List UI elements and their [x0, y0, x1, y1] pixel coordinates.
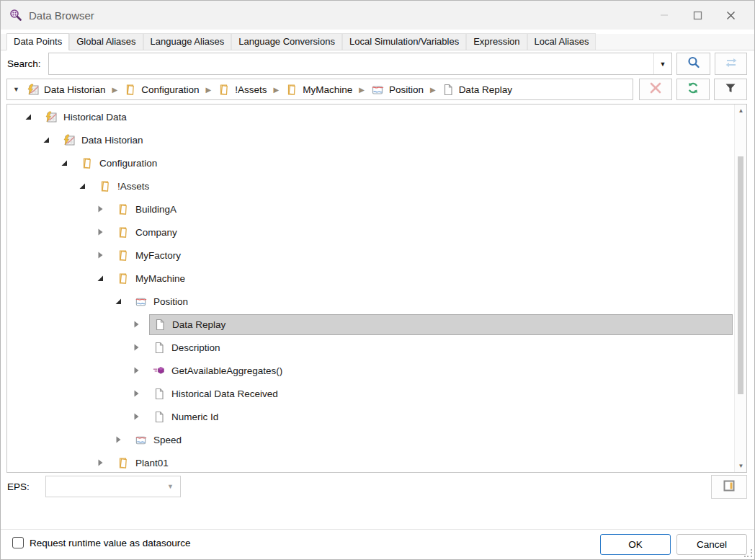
folder-icon	[218, 84, 230, 96]
tree-item-label: BuildingA	[135, 204, 177, 215]
expander-expanded-icon[interactable]	[113, 296, 123, 306]
scrollbar-down-icon[interactable]: ▼	[735, 460, 747, 472]
tree-row-numeric-id[interactable]: Numeric Id	[7, 405, 734, 428]
tree-item[interactable]: Description	[149, 337, 733, 358]
expander-collapsed-icon[interactable]	[95, 204, 105, 214]
tree-row-configuration[interactable]: Configuration	[7, 151, 734, 174]
tree-row-data-historian[interactable]: Data Historian	[7, 128, 734, 151]
tree-row-myfactory[interactable]: MyFactory	[7, 244, 734, 267]
tree-item-label: MyMachine	[135, 273, 185, 284]
tree-item[interactable]: Historical Data Received	[149, 383, 733, 404]
breadcrumb-item-configuration[interactable]: Configuration	[124, 84, 199, 96]
tree-item[interactable]: BuildingA	[113, 199, 733, 220]
expander-collapsed-icon[interactable]	[131, 388, 141, 399]
expander-collapsed-icon[interactable]	[95, 250, 105, 260]
filter-button[interactable]	[714, 79, 747, 100]
expander-expanded-icon[interactable]	[95, 273, 105, 283]
page-icon	[153, 319, 166, 331]
folder-icon	[285, 84, 298, 96]
vertical-scrollbar[interactable]: ▲ ▼	[734, 105, 746, 472]
folder-icon	[117, 226, 129, 239]
eps-picker-button[interactable]	[711, 475, 747, 499]
tree-row-mymachine[interactable]: MyMachine	[7, 267, 734, 290]
tree-item[interactable]: GetAvailableAggregates()	[149, 360, 733, 381]
expander-collapsed-icon[interactable]	[95, 458, 105, 468]
minimize-button[interactable]	[648, 1, 681, 30]
tree-item[interactable]: Configuration	[77, 153, 733, 174]
tab-language-conversions[interactable]: Language Conversions	[231, 33, 342, 50]
expander-collapsed-icon[interactable]	[131, 365, 141, 375]
tree-row-plant01[interactable]: Plant01	[7, 451, 734, 473]
tree-item-label: MyFactory	[135, 250, 181, 261]
expander-collapsed-icon[interactable]	[95, 227, 105, 237]
runtime-value-checkbox[interactable]	[12, 537, 24, 548]
tree-row-data-replay[interactable]: Data Replay	[7, 313, 734, 336]
tree-item[interactable]: MyFactory	[113, 245, 733, 266]
expander-collapsed-icon[interactable]	[131, 342, 141, 352]
eps-label: EPS:	[7, 481, 30, 492]
tree-row-historical-data-received[interactable]: Historical Data Received	[7, 382, 734, 405]
breadcrumb-dropdown-icon[interactable]: ▼	[13, 86, 19, 93]
cancel-button[interactable]: Cancel	[676, 534, 747, 555]
tree-item[interactable]: Historical Data	[41, 107, 733, 128]
tree-row-buildinga[interactable]: BuildingA	[7, 197, 734, 221]
tree-item-selected[interactable]: Data Replay	[149, 314, 733, 335]
resize-grip[interactable]	[744, 549, 753, 558]
folder-icon	[117, 457, 129, 469]
close-button[interactable]	[714, 1, 747, 30]
expander-collapsed-icon[interactable]	[131, 319, 141, 329]
tree-item[interactable]: Plant01	[113, 453, 733, 474]
folder-icon	[81, 157, 93, 169]
tree-item[interactable]: MyMachine	[113, 268, 733, 289]
folder-icon	[117, 249, 129, 262]
expander-collapsed-icon[interactable]	[131, 412, 141, 422]
tree-row-speed[interactable]: Speed	[7, 428, 734, 451]
tree-row-historical-data[interactable]: Historical Data	[7, 105, 734, 128]
scrollbar-up-icon[interactable]: ▲	[735, 105, 747, 117]
tree-row-getavailableaggregates[interactable]: GetAvailableAggregates()	[7, 359, 734, 382]
tree-item[interactable]: Company	[113, 222, 733, 243]
tree-item[interactable]: Data Historian	[59, 130, 733, 151]
chevron-down-icon: ▼	[167, 483, 174, 490]
breadcrumb-item-data-historian[interactable]: Data Historian	[27, 84, 106, 96]
maximize-button[interactable]	[681, 1, 714, 30]
historian-icon	[27, 84, 39, 96]
tree-row-company[interactable]: Company	[7, 221, 734, 244]
delete-button[interactable]	[639, 79, 672, 100]
folder-icon	[99, 180, 111, 192]
eps-combobox[interactable]: ▼	[45, 476, 181, 497]
method-icon	[153, 365, 165, 377]
wave-icon	[371, 84, 384, 96]
expander-expanded-icon[interactable]	[23, 112, 33, 122]
tab-language-aliases[interactable]: Language Aliases	[143, 33, 232, 50]
breadcrumb-item-mymachine[interactable]: MyMachine	[285, 84, 352, 96]
tree-item[interactable]: Position	[131, 291, 733, 312]
refresh-button[interactable]	[676, 79, 710, 100]
expander-collapsed-icon[interactable]	[113, 435, 123, 445]
tab-expression[interactable]: Expression	[466, 33, 527, 50]
expander-expanded-icon[interactable]	[41, 135, 51, 145]
search-dropdown-button[interactable]: ▼	[653, 53, 671, 74]
expander-expanded-icon[interactable]	[59, 158, 69, 168]
tab-local-simulation-variables[interactable]: Local Simulation/Variables	[342, 33, 466, 50]
tab-global-aliases[interactable]: Global Aliases	[69, 33, 143, 50]
ok-button[interactable]: OK	[600, 534, 671, 555]
tree-item[interactable]: !Assets	[95, 176, 733, 197]
expander-expanded-icon[interactable]	[77, 181, 87, 191]
tab-local-aliases[interactable]: Local Aliases	[527, 33, 597, 50]
breadcrumb-item-data-replay[interactable]: Data Replay	[442, 84, 512, 96]
breadcrumb-item-position[interactable]: Position	[371, 84, 424, 96]
tree-item[interactable]: Speed	[131, 430, 733, 450]
search-button[interactable]	[676, 53, 710, 75]
tab-data-points[interactable]: Data Points	[6, 33, 69, 50]
sync-button[interactable]	[715, 53, 747, 75]
scrollbar-thumb[interactable]	[738, 156, 743, 394]
search-input[interactable]	[49, 53, 653, 74]
panel-picker-icon	[723, 479, 736, 495]
filter-funnel-icon	[725, 82, 736, 97]
tree-row-description[interactable]: Description	[7, 336, 734, 359]
breadcrumb-item-assets[interactable]: !Assets	[218, 84, 267, 96]
tree-item[interactable]: Numeric Id	[149, 406, 733, 427]
tree-row-position[interactable]: Position	[7, 290, 734, 313]
tree-row-assets[interactable]: !Assets	[7, 174, 734, 197]
